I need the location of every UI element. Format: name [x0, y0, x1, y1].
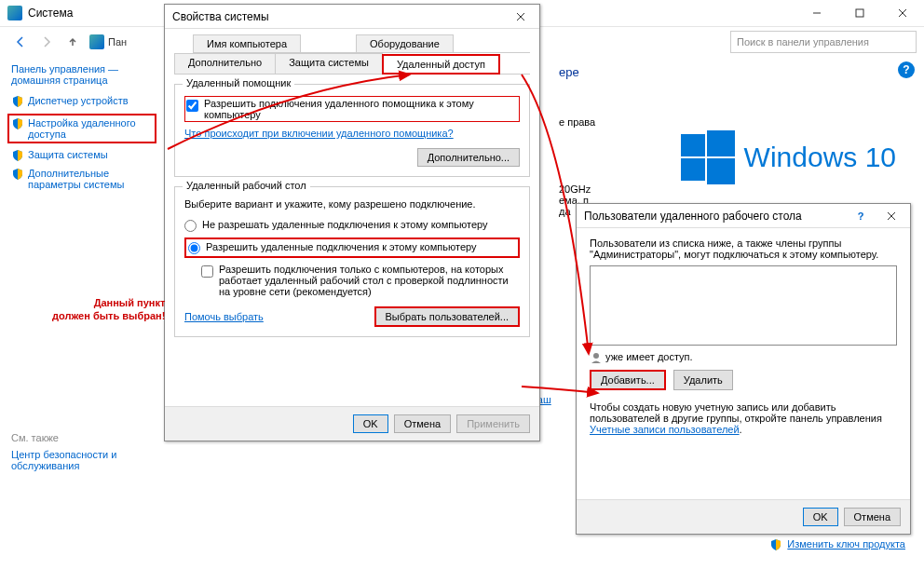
os-section-title: ере: [559, 65, 905, 79]
allow-remote-radio[interactable]: [188, 242, 200, 254]
remote-assistance-group: Удаленный помощник Разрешить подключения…: [174, 84, 530, 177]
nla-checkbox[interactable]: [201, 265, 213, 278]
ok-button[interactable]: OK: [353, 414, 388, 433]
minimize-button[interactable]: [795, 0, 838, 26]
sidebar-item-label: Настройка удаленного доступа: [28, 117, 153, 140]
dialog-title: Пользователи удаленного рабочего стола: [584, 210, 802, 223]
tab-hardware[interactable]: Оборудование: [356, 34, 454, 52]
sidebar-item-remote-settings[interactable]: Настройка удаленного доступа: [7, 114, 156, 143]
svg-rect-4: [681, 134, 705, 156]
allow-remote-assistance-row[interactable]: Разрешить подключения удаленного помощни…: [184, 96, 520, 122]
svg-rect-5: [707, 130, 735, 156]
close-button[interactable]: [502, 5, 539, 29]
cancel-button[interactable]: Отмена: [394, 414, 451, 433]
rights-text: е права: [559, 116, 905, 128]
sidebar-item-label: Защита системы: [28, 149, 108, 160]
group-legend: Удаленный рабочий стол: [183, 180, 310, 191]
advanced-button[interactable]: Дополнительно...: [417, 148, 520, 167]
dialog-titlebar: Пользователи удаленного рабочего стола ?: [577, 204, 910, 228]
sidebar-item-label: Диспетчер устройств: [28, 95, 129, 106]
svg-rect-6: [681, 158, 705, 181]
maximize-button[interactable]: [838, 0, 881, 26]
help-choose-link[interactable]: Помочь выбрать: [184, 311, 264, 322]
back-button[interactable]: [7, 29, 34, 55]
control-panel-home-link[interactable]: Панель управления — домашняя страница: [11, 63, 156, 86]
shield-icon: [11, 95, 24, 108]
dialog-titlebar: Свойства системы: [165, 5, 539, 29]
address-icon: [89, 34, 104, 49]
add-button[interactable]: Добавить...: [590, 370, 666, 390]
close-button[interactable]: [873, 204, 910, 228]
has-access-text: уже имеет доступ.: [605, 351, 693, 362]
shield-icon: [11, 117, 24, 130]
dialog-title: Свойства системы: [172, 10, 269, 23]
radio-label: Разрешить удаленные подключения к этому …: [206, 241, 477, 252]
ok-button[interactable]: OK: [803, 508, 838, 526]
intro-text: Пользователи из списка ниже, а также чле…: [590, 238, 897, 260]
sidebar-item-device-manager[interactable]: Диспетчер устройств: [11, 95, 156, 108]
remote-desktop-group: Удаленный рабочий стол Выберите вариант …: [174, 186, 530, 337]
create-hint: Чтобы создать новую учетную запись или д…: [590, 401, 897, 435]
cancel-button[interactable]: Отмена: [844, 508, 901, 526]
windows-logo: Windows 10: [681, 130, 896, 184]
user-accounts-link[interactable]: Учетные записи пользователей: [590, 424, 740, 435]
allow-remote-radio-row[interactable]: Разрешить удаленные подключения к этому …: [184, 238, 520, 258]
tab-advanced[interactable]: Дополнительно: [174, 53, 276, 74]
group-legend: Удаленный помощник: [183, 77, 294, 88]
forward-button[interactable]: [34, 29, 60, 55]
allow-remote-assistance-checkbox[interactable]: [186, 100, 198, 112]
radio-label: Не разрешать удаленные подключения к это…: [202, 219, 488, 230]
breadcrumb[interactable]: Пан: [108, 36, 127, 48]
sidebar-item-system-protection[interactable]: Защита системы: [11, 149, 156, 162]
checkbox-label: Разрешить подключения только с компьютер…: [219, 264, 520, 297]
svg-point-12: [593, 353, 599, 359]
close-button[interactable]: [881, 0, 924, 26]
change-product-key-link[interactable]: Изменить ключ продукта: [787, 538, 905, 550]
system-properties-dialog: Свойства системы Имя компьютера Оборудов…: [164, 4, 540, 441]
tab-system-protection[interactable]: Защита системы: [275, 53, 383, 74]
select-users-button[interactable]: Выбрать пользователей...: [374, 306, 521, 327]
apply-button[interactable]: Применить: [456, 414, 530, 433]
intro-text: Выберите вариант и укажите, кому разреше…: [184, 198, 520, 210]
search-input[interactable]: Поиск в панели управления: [730, 31, 917, 53]
tab-remote[interactable]: Удаленный доступ: [382, 54, 500, 75]
windows-logo-text: Windows 10: [744, 142, 896, 173]
system-icon: [7, 6, 22, 20]
tab-computer-name[interactable]: Имя компьютера: [193, 34, 301, 52]
sidebar-item-advanced-settings[interactable]: Дополнительные параметры системы: [11, 168, 156, 190]
help-button[interactable]: ?: [849, 204, 873, 228]
remote-desktop-users-dialog: Пользователи удаленного рабочего стола ?…: [576, 203, 911, 535]
svg-rect-7: [707, 158, 735, 184]
windows-logo-icon: [681, 130, 735, 184]
see-also-heading: См. также: [11, 432, 156, 443]
svg-rect-1: [856, 9, 863, 17]
shield-icon: [11, 168, 24, 181]
user-icon: [590, 351, 603, 364]
proc-partial: 20GHz: [559, 183, 905, 195]
sidebar-item-label: Дополнительные параметры системы: [28, 168, 156, 190]
checkbox-label: Разрешить подключения удаленного помощни…: [204, 98, 518, 120]
nla-checkbox-row[interactable]: Разрешить подключения только с компьютер…: [201, 264, 520, 297]
annotation-text: Данный пункт должен быть выбран!: [52, 296, 165, 323]
remove-button[interactable]: Удалить: [673, 370, 733, 390]
security-center-link[interactable]: Центр безопасности и обслуживания: [11, 449, 116, 471]
shield-icon: [769, 538, 782, 551]
up-button[interactable]: [60, 29, 86, 55]
window-title: Система: [28, 7, 73, 20]
shield-icon: [11, 149, 24, 162]
disallow-remote-radio[interactable]: [184, 220, 197, 232]
user-list[interactable]: [590, 265, 897, 346]
what-happens-link[interactable]: Что происходит при включении удаленного …: [184, 128, 520, 139]
disallow-remote-radio-row[interactable]: Не разрешать удаленные подключения к это…: [184, 219, 520, 232]
